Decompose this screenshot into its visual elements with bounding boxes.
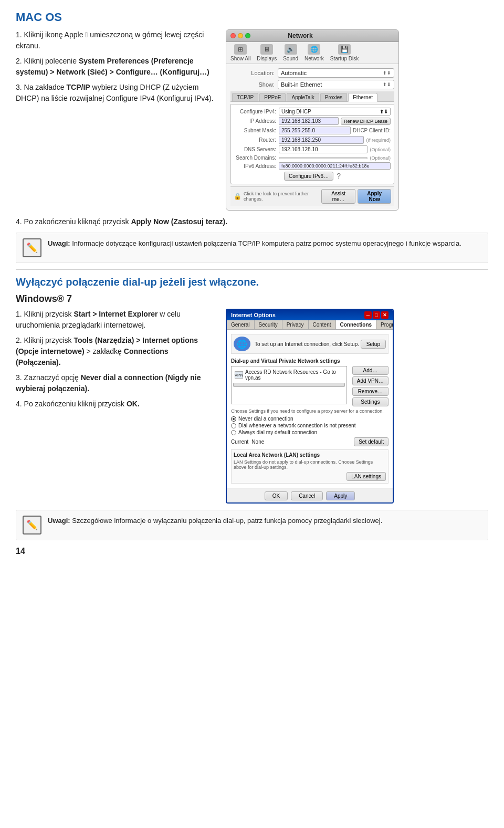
page-number: 14 — [16, 547, 488, 556]
toolbar-displays[interactable]: 🖥 Displays — [257, 44, 277, 61]
ie-list-item-1[interactable]: VPN Access RD Network Resources - Go to … — [233, 368, 345, 382]
ie-setup-btn[interactable]: Setup — [361, 340, 386, 349]
search-label: Search Domains: — [234, 155, 279, 161]
ie-add-btn[interactable]: Add… — [352, 366, 388, 375]
ie-radio-3[interactable]: Always dial my default connection — [231, 429, 388, 435]
toolbar-network[interactable]: 🌐 Network — [304, 44, 324, 61]
ie-setup-row: 🌐 To set up an Internet connection, clic… — [231, 334, 388, 354]
configure-dropdown[interactable]: Using DHCP ⬆⬇ — [279, 108, 391, 116]
search-field[interactable] — [279, 157, 368, 159]
step-num: 4. — [16, 400, 24, 408]
ie-tab-security[interactable]: Security — [255, 320, 282, 329]
ip-field: 192.168.182.103 — [279, 117, 339, 125]
tcp-tabs: TCP/IP PPPoE AppleTalk Proxies Ethernet — [230, 91, 394, 102]
windows7-section: Windows® 7 1. Kliknij przycisk Start > I… — [16, 294, 488, 540]
step-4: 4. Po zakończeniu kliknąć przycisk Apply… — [16, 216, 488, 227]
network-titlebar: Network — [226, 30, 398, 42]
mac-os-content: 1. Kliknij ikonę Apple  umieszczoną w g… — [16, 29, 488, 211]
dhcp-client-label: DHCP Client ID: — [353, 128, 391, 133]
tab-ethernet[interactable]: Ethernet — [348, 93, 377, 102]
subnet-field: 255.255.255.0 — [279, 127, 351, 134]
search-optional: (Optional) — [370, 155, 391, 161]
ie-radio-2[interactable]: Dial whenever a network connection is no… — [231, 423, 388, 428]
show-field[interactable]: Built-in Ethernet ⬆⬇ — [278, 80, 394, 89]
ie-scrollbar[interactable] — [233, 383, 345, 387]
dns-field[interactable]: 192.168.128.10 — [279, 145, 368, 153]
toolbar-network-label: Network — [304, 56, 324, 61]
tab-pppoe[interactable]: PPPoE — [259, 93, 286, 101]
ie-maximize-btn[interactable]: □ — [373, 311, 380, 319]
configure-ipv6-btn[interactable]: Configure IPv6… — [284, 172, 333, 181]
ie-cancel-btn[interactable]: Cancel — [291, 491, 323, 500]
mac-note-box: ✏️ Uwagi: Informacje dotyczące konfigura… — [16, 233, 488, 263]
ie-list-item-label: Access RD Network Resources - Go to vpn.… — [245, 369, 343, 381]
mac-os-steps: 1. Kliknij ikonę Apple  umieszczoną w g… — [16, 29, 215, 211]
toolbar-startup[interactable]: 💾 Startup Disk — [330, 44, 359, 61]
ie-radio-always[interactable] — [231, 430, 236, 435]
ie-add-vpn-btn[interactable]: Add VPN… — [352, 376, 388, 385]
lock-text: Click the lock to prevent further change… — [244, 191, 321, 202]
tab-appletalk[interactable]: AppleTalk — [287, 93, 319, 101]
ie-lan-section: Local Area Network (LAN) settings LAN Se… — [231, 449, 388, 484]
router-label: Router: — [234, 137, 279, 143]
apply-now-btn[interactable]: Apply Now — [358, 189, 391, 204]
ie-remove-btn[interactable]: Remove… — [352, 387, 388, 396]
win7-step-3: 3. Zaznaczyć opcję Never dial a connecti… — [16, 372, 215, 394]
mac-note-content: Informacje dotyczące konfiguracji ustawi… — [72, 239, 461, 247]
ie-tab-privacy[interactable]: Privacy — [282, 320, 309, 329]
tab-tcpip[interactable]: TCP/IP — [232, 93, 258, 101]
ie-dial-options: Never dial a connection Dial whenever a … — [231, 416, 388, 446]
ie-apply-btn[interactable]: Apply — [326, 491, 355, 500]
ie-radio-whenever-label: Dial whenever a network connection is no… — [238, 423, 355, 428]
toolbar-show-all[interactable]: ⊞ Show All — [230, 44, 250, 61]
ie-window: Internet Options ─ □ ✕ General Security … — [226, 309, 394, 504]
show-all-icon: ⊞ — [234, 44, 247, 55]
ie-action-btns: Add… Add VPN… Remove… Settings — [352, 366, 388, 406]
ie-radio-1[interactable]: Never dial a connection — [231, 416, 388, 422]
net-body: Location: Automatic ⬆⬇ Show: Built-in Et… — [226, 64, 398, 210]
mac-note-text: Uwagi: Informacje dotyczące konfiguracji… — [48, 238, 481, 257]
ie-close-btn[interactable]: ✕ — [381, 311, 388, 319]
location-field[interactable]: Automatic ⬆⬇ — [278, 68, 394, 78]
ie-minimize-btn[interactable]: ─ — [364, 311, 372, 319]
maximize-button[interactable] — [245, 33, 250, 38]
help-icon[interactable]: ? — [337, 172, 341, 181]
net-toolbar: ⊞ Show All 🖥 Displays 🔊 Sound 🌐 Network — [226, 42, 398, 64]
win7-step-2: 2. Kliknij przycisk Tools (Narzędzia) > … — [16, 335, 215, 368]
assist-me-btn[interactable]: Assist me… — [321, 189, 355, 204]
search-row: Search Domains: (Optional) — [234, 155, 391, 161]
ie-settings-btn[interactable]: Settings — [352, 397, 388, 406]
step-num: 2. — [16, 57, 24, 65]
close-button[interactable] — [230, 33, 236, 38]
configure-label: Configure IPv4: — [234, 109, 279, 114]
ie-ok-btn[interactable]: OK — [265, 491, 288, 500]
subnet-row: Subnet Mask: 255.255.255.0 DHCP Client I… — [234, 127, 391, 134]
ipv6-label: IPv6 Address: — [234, 163, 279, 169]
mac-os-title: MAC OS — [16, 11, 488, 24]
tab-proxies[interactable]: Proxies — [320, 93, 347, 101]
if-required: (If required) — [366, 138, 391, 143]
router-value: 192.168.182.250 — [281, 137, 321, 143]
sound-icon: 🔊 — [285, 44, 297, 55]
ie-tab-general[interactable]: General — [227, 320, 255, 329]
vpn-icon: VPN — [235, 371, 243, 379]
router-field: 192.168.182.250 — [279, 136, 364, 144]
ie-set-default-btn[interactable]: Set default — [354, 437, 388, 446]
lock-area: 🔒 Click the lock to prevent further chan… — [234, 191, 321, 202]
ie-list-box: VPN Access RD Network Resources - Go to … — [231, 366, 347, 404]
ie-setup-text: To set up an Internet connection, click … — [255, 341, 361, 347]
minimize-button[interactable] — [238, 33, 243, 38]
ie-radio-whenever[interactable] — [231, 423, 236, 428]
renew-dhcp-btn[interactable]: Renew DHCP Lease — [341, 118, 391, 125]
lock-icon[interactable]: 🔒 — [234, 193, 242, 200]
ie-tab-connections[interactable]: Connections — [336, 320, 377, 329]
toolbar-sound[interactable]: 🔊 Sound — [283, 44, 298, 61]
ie-radio-never[interactable] — [231, 416, 236, 422]
location-label: Location: — [230, 70, 278, 76]
step-num: 3. — [16, 83, 24, 91]
ie-lan-btn[interactable]: LAN settings — [346, 472, 386, 481]
ie-tab-programs[interactable]: Programs — [376, 320, 394, 329]
ie-lan-title: Local Area Network (LAN) settings — [234, 452, 386, 458]
ie-tab-content[interactable]: Content — [309, 320, 336, 329]
dns-value: 192.168.128.10 — [281, 146, 318, 152]
